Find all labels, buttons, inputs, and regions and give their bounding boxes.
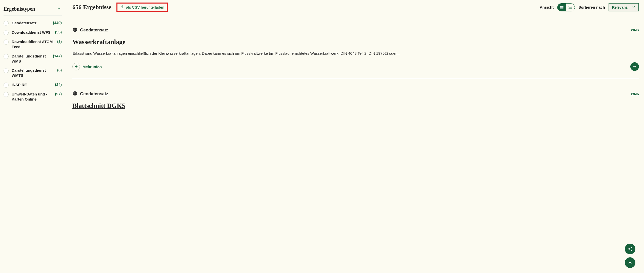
filter-sidebar: Ergebnistypen Geodatensatz (440) Downloa… [4, 3, 62, 134]
facet-header[interactable]: Ergebnistypen [4, 6, 62, 15]
result-item: Geodatensatz WMS Wasserkraftanlage Erfas… [72, 27, 639, 78]
result-type: Geodatensatz [80, 91, 108, 96]
more-info-label: Mehr Infos [83, 65, 102, 69]
radio-icon [4, 40, 9, 45]
result-item: Geodatensatz WMS Blattschnitt DGK5 [72, 91, 639, 121]
facet-item-wms[interactable]: Darstellungsdienst WMS (147) [4, 54, 62, 64]
sort-label: Sortieren nach [578, 5, 605, 9]
facet-label: Umwelt-Daten und -Karten Online [12, 92, 53, 102]
sort-select[interactable]: Relevanz [609, 3, 639, 11]
wms-badge[interactable]: WMS [631, 92, 639, 96]
facet-count: (24) [55, 82, 62, 87]
facet-item-atom[interactable]: Downloaddienst ATOM-Feed (8) [4, 39, 62, 50]
facet-item-umwelt[interactable]: Umwelt-Daten und -Karten Online (97) [4, 92, 62, 102]
facet-label: Downloaddienst ATOM-Feed [12, 39, 55, 50]
result-type: Geodatensatz [80, 28, 108, 33]
facet-label: Geodatensatz [12, 21, 36, 26]
svg-rect-0 [569, 6, 572, 7]
results-main: 656 Ergebnisse als CSV herunterladen Ans… [72, 3, 639, 134]
svg-rect-1 [569, 8, 572, 9]
plus-icon: + [72, 63, 80, 70]
results-count: 656 Ergebnisse [72, 4, 111, 11]
facet-label: INSPIRE [12, 82, 27, 87]
facet-item-wfs[interactable]: Downloaddienst WFS (55) [4, 30, 62, 35]
facet-label: Darstellungsdienst WMTS [12, 68, 55, 78]
facet-list: Geodatensatz (440) Downloaddienst WFS (5… [4, 21, 62, 102]
globe-icon [72, 91, 77, 97]
facet-item-wmts[interactable]: Darstellungsdienst WMTS (6) [4, 68, 62, 78]
more-info-button[interactable]: + Mehr Infos [72, 63, 102, 70]
facet-item-geodatensatz[interactable]: Geodatensatz (440) [4, 21, 62, 26]
facet-count: (55) [55, 30, 62, 34]
facet-count: (147) [53, 54, 62, 58]
facet-count: (97) [55, 92, 62, 96]
results-header: 656 Ergebnisse als CSV herunterladen Ans… [72, 3, 639, 12]
chevron-up-icon [56, 6, 62, 12]
view-list-button[interactable] [557, 4, 566, 11]
globe-icon [72, 27, 77, 33]
radio-icon [4, 54, 9, 59]
radio-icon [4, 92, 9, 97]
radio-icon [4, 21, 9, 26]
chevron-down-icon [632, 5, 635, 9]
view-toggle [557, 3, 575, 11]
facet-count: (440) [53, 21, 62, 25]
open-result-button[interactable] [630, 62, 639, 71]
radio-icon [4, 83, 9, 88]
facet-label: Darstellungsdienst WMS [12, 54, 51, 64]
sort-value: Relevanz [612, 5, 628, 9]
wms-badge[interactable]: WMS [631, 28, 639, 32]
result-description: Erfasst sind Wasserkraftanlagen einschli… [72, 50, 639, 56]
radio-icon [4, 68, 9, 73]
result-title[interactable]: Blattschnitt DGK5 [72, 102, 639, 110]
view-grid-button[interactable] [566, 4, 575, 11]
facet-item-inspire[interactable]: INSPIRE (24) [4, 82, 62, 88]
view-label: Ansicht [540, 5, 554, 9]
facet-title: Ergebnistypen [4, 6, 35, 12]
facet-count: (8) [57, 39, 62, 44]
download-icon [120, 5, 125, 10]
result-title[interactable]: Wasserkraftanlage [72, 38, 639, 46]
csv-download-text: als CSV herunterladen [126, 5, 164, 9]
facet-count: (6) [57, 68, 62, 72]
facet-label: Downloaddienst WFS [12, 30, 50, 35]
radio-icon [4, 30, 9, 35]
csv-download-link[interactable]: als CSV herunterladen [116, 3, 168, 12]
